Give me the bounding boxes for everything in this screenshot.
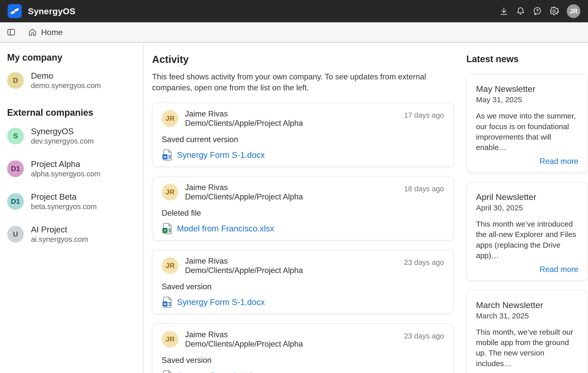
author-name: Jaime Rivas	[185, 330, 303, 339]
company-text: Project Alpha alpha.synergyos.com	[31, 159, 100, 179]
read-more-link[interactable]: Read more	[476, 265, 578, 274]
user-avatar: JR	[162, 257, 178, 274]
sidebar-toggle-button[interactable]	[7, 28, 16, 37]
file-path: Demo/Clients/Apple/Project Alpha	[185, 192, 303, 201]
news-excerpt: This month, we’ve rebuilt our mobile app…	[476, 327, 578, 369]
latest-news-heading: Latest news	[466, 54, 588, 64]
news-date: April 30, 2025	[476, 204, 578, 212]
file-link[interactable]: Model from Francisco.xlsx	[177, 224, 274, 233]
news-card-may: May Newsletter May 31, 2025 As we move i…	[466, 74, 588, 173]
company-domain: beta.synergyos.com	[31, 202, 97, 212]
author-name: Jaime Rivas	[185, 183, 303, 192]
activity-feed: Activity This feed shows activity from y…	[152, 43, 454, 372]
company-text: Demo demo.synergyos.com	[31, 71, 101, 91]
sidebar-item-ai-project[interactable]: U AI Project ai.synergyos.com	[7, 224, 135, 244]
activity-heading: Activity	[152, 54, 454, 65]
news-title: March Newsletter	[476, 299, 578, 311]
activity-card-header: JR Jaime Rivas Demo/Clients/Apple/Projec…	[162, 183, 444, 201]
breadcrumb-home-label: Home	[41, 28, 63, 37]
company-text: SynergyOS dev.synergyos.com	[31, 126, 94, 146]
file-link[interactable]: Synergy Form S-1.docx	[177, 297, 265, 307]
news-date: May 31, 2025	[476, 95, 578, 104]
activity-author: Jaime Rivas Demo/Clients/Apple/Project A…	[185, 256, 303, 275]
company-domain: alpha.synergyos.com	[31, 169, 100, 179]
news-title: April Newsletter	[476, 191, 578, 202]
app-logo-icon[interactable]	[8, 4, 22, 18]
notifications-button[interactable]	[514, 5, 527, 18]
activity-card: JR Jaime Rivas Demo/Clients/Apple/Projec…	[152, 176, 454, 241]
news-panel: Latest news May Newsletter May 31, 2025 …	[466, 43, 588, 372]
brand: SynergyOS	[8, 4, 76, 18]
file-link[interactable]: Synergy Form S-1.docx	[177, 371, 265, 373]
news-card-march: March Newsletter March 31, 2025 This mon…	[466, 290, 588, 373]
activity-card-header: JR Jaime Rivas Demo/Clients/Apple/Projec…	[162, 256, 444, 275]
activity-card: JR Jaime Rivas Demo/Clients/Apple/Projec…	[152, 103, 454, 167]
company-text: AI Project ai.synergyos.com	[31, 224, 88, 244]
activity-card: JR Jaime Rivas Demo/Clients/Apple/Projec…	[152, 250, 454, 314]
file-path: Demo/Clients/Apple/Project Alpha	[185, 339, 303, 349]
user-avatar[interactable]: JR	[567, 4, 580, 18]
company-name: AI Project	[31, 224, 88, 235]
word-file-icon: W	[162, 296, 172, 308]
word-file-icon: W	[162, 370, 172, 373]
company-avatar: D1	[7, 193, 24, 210]
file-path: Demo/Clients/Apple/Project Alpha	[185, 118, 303, 128]
company-avatar: U	[7, 226, 24, 243]
activity-action: Saved version	[162, 356, 444, 365]
activity-description: This feed shows activity from your own c…	[152, 71, 446, 93]
activity-action: Deleted file	[162, 209, 444, 218]
file-link[interactable]: Synergy Form S-1.docx	[177, 150, 265, 160]
file-row: W Synergy Form S-1.docx	[162, 296, 444, 308]
sidebar-item-demo[interactable]: D Demo demo.synergyos.com	[7, 71, 135, 91]
news-date: March 31, 2025	[476, 312, 578, 320]
download-icon	[499, 6, 509, 16]
bell-icon	[516, 6, 525, 16]
read-more-link[interactable]: Read more	[476, 157, 578, 166]
company-name: Project Beta	[31, 192, 97, 202]
panel-left-icon	[7, 28, 16, 37]
gear-icon	[549, 6, 559, 16]
excel-file-icon: X	[162, 223, 172, 234]
help-button[interactable]: ?	[531, 5, 544, 18]
sidebar-item-project-beta[interactable]: D1 Project Beta beta.synergyos.com	[7, 192, 135, 212]
news-card-april: April Newsletter April 30, 2025 This mon…	[466, 182, 588, 281]
sidebar-item-synergyos[interactable]: S SynergyOS dev.synergyos.com	[7, 126, 135, 146]
settings-button[interactable]	[547, 5, 561, 18]
file-row: X Model from Francisco.xlsx	[162, 223, 444, 234]
svg-text:W: W	[163, 155, 167, 159]
news-excerpt: This month we’ve introduced the all-new …	[476, 219, 578, 261]
svg-text:?: ?	[536, 8, 539, 13]
my-company-heading: My company	[7, 52, 135, 63]
download-button[interactable]	[497, 5, 510, 18]
activity-card: JR Jaime Rivas Demo/Clients/Apple/Projec…	[152, 323, 454, 373]
logo-glyph	[10, 6, 20, 16]
company-name: SynergyOS	[31, 126, 94, 137]
news-title: May Newsletter	[476, 83, 578, 94]
help-icon: ?	[532, 6, 542, 16]
app-title: SynergyOS	[28, 6, 76, 16]
company-name: Project Alpha	[31, 159, 100, 169]
activity-action: Saved current version	[162, 135, 444, 144]
timestamp: 23 days ago	[404, 256, 444, 267]
external-companies-heading: External companies	[7, 107, 135, 118]
news-excerpt: As we move into the summer, our focus is…	[476, 111, 578, 153]
company-domain: ai.synergyos.com	[31, 235, 88, 244]
activity-card-header: JR Jaime Rivas Demo/Clients/Apple/Projec…	[162, 330, 444, 349]
sidebar: My company D Demo demo.synergyos.com Ext…	[0, 43, 143, 372]
company-domain: dev.synergyos.com	[31, 137, 94, 146]
timestamp: 17 days ago	[404, 109, 444, 120]
company-avatar: D1	[7, 160, 24, 177]
breadcrumb-home[interactable]: Home	[28, 28, 63, 37]
author-name: Jaime Rivas	[185, 109, 303, 118]
activity-author: Jaime Rivas Demo/Clients/Apple/Project A…	[185, 183, 303, 201]
file-path: Demo/Clients/Apple/Project Alpha	[185, 266, 303, 275]
company-text: Project Beta beta.synergyos.com	[31, 192, 97, 212]
breadcrumb-bar: Home	[0, 22, 588, 43]
file-row: W Synergy Form S-1.docx	[162, 149, 444, 161]
topbar-actions: ? JR	[497, 4, 580, 18]
company-domain: demo.synergyos.com	[31, 81, 101, 91]
svg-text:W: W	[163, 302, 167, 306]
word-file-icon: W	[162, 149, 172, 161]
activity-action: Saved version	[162, 282, 444, 291]
sidebar-item-project-alpha[interactable]: D1 Project Alpha alpha.synergyos.com	[7, 159, 135, 179]
